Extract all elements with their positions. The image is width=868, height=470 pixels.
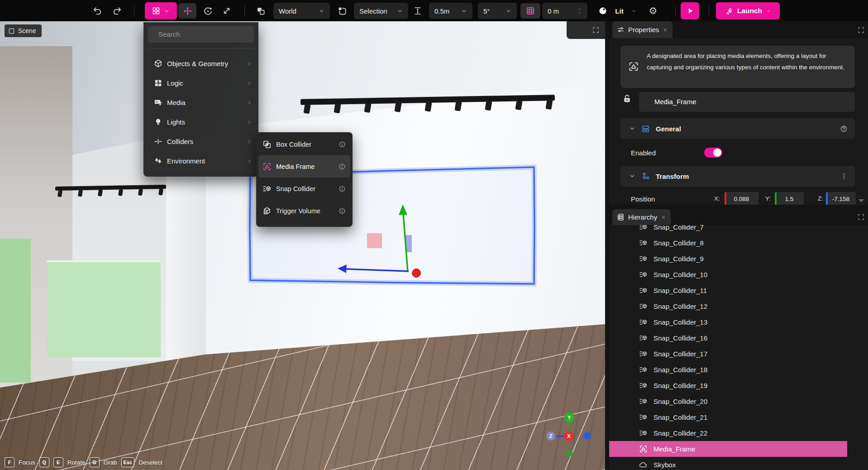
- key-badge: F: [5, 457, 14, 467]
- axis-widget-neg-y-ball[interactable]: [566, 450, 572, 457]
- position-y-field[interactable]: 1.5: [775, 192, 804, 205]
- expand-icon[interactable]: [592, 27, 599, 34]
- pivot-mode-button[interactable]: [334, 3, 350, 19]
- expand-icon[interactable]: [858, 214, 864, 221]
- entity-name-field[interactable]: Media_Frame: [639, 92, 855, 112]
- menu-item-objects-geometry[interactable]: Objects & Geometry: [143, 54, 258, 73]
- rotate-snap-dropdown[interactable]: 5°: [478, 3, 517, 19]
- box-collider-icon: [262, 140, 272, 149]
- redo-button[interactable]: [110, 3, 125, 19]
- chevron-right-icon: [247, 81, 252, 86]
- axis-widget-neg-x-ball[interactable]: [583, 432, 591, 440]
- world-space-dropdown[interactable]: World: [273, 3, 330, 19]
- gizmos-submenu: Box Collider Media Frame Snap Collider T…: [256, 132, 353, 227]
- search-input[interactable]: [158, 30, 248, 38]
- rotate-tool-button[interactable]: [200, 3, 215, 19]
- list-item[interactable]: Snap_Collider_17: [609, 346, 868, 362]
- axis-widget-x-ball[interactable]: X: [564, 431, 574, 441]
- move-tool-button[interactable]: [178, 3, 196, 19]
- snap-collider-icon: [639, 350, 648, 358]
- scale-icon: [222, 6, 231, 15]
- undo-button[interactable]: [90, 3, 105, 19]
- toolbar-divider: [134, 5, 134, 16]
- menu-item-lights[interactable]: Lights: [143, 112, 258, 132]
- info-icon[interactable]: [339, 207, 346, 215]
- info-icon[interactable]: [339, 163, 346, 170]
- skybox-cloud-icon: [639, 460, 648, 469]
- list-item-selected[interactable]: Media_Frame: [609, 441, 847, 457]
- list-item[interactable]: Snap_Collider_18: [609, 362, 868, 378]
- launch-button[interactable]: Launch: [716, 2, 780, 19]
- play-button[interactable]: [681, 2, 699, 19]
- submenu-item-media-frame[interactable]: Media Frame: [258, 155, 350, 177]
- duplicate-button[interactable]: [252, 3, 270, 19]
- search-icon: [153, 30, 154, 38]
- media-frame-icon: [639, 445, 648, 453]
- submenu-item-snap-collider[interactable]: Snap Collider: [258, 177, 350, 200]
- scene-viewport[interactable]: Y Z X Scene F Focus Q E Rotate G Grab Es…: [0, 21, 605, 470]
- tab-hierarchy[interactable]: Hierarchy: [612, 209, 671, 225]
- key-badge: Q: [39, 457, 49, 467]
- unlock-icon[interactable]: [622, 93, 632, 104]
- list-item[interactable]: Snap_Collider_9: [609, 251, 868, 267]
- description-text: A designated area for placing media elem…: [647, 51, 849, 73]
- list-item[interactable]: Snap_Collider_11: [609, 283, 868, 298]
- info-icon[interactable]: [339, 185, 346, 192]
- position-z-field[interactable]: -7.158: [826, 192, 856, 205]
- tab-properties[interactable]: Properties: [612, 21, 672, 38]
- list-item[interactable]: Snap_Collider_20: [609, 393, 868, 409]
- vertical-snap-button[interactable]: [410, 3, 425, 19]
- axis-widget-y-ball[interactable]: Y: [564, 412, 574, 422]
- media-screen-icon: [154, 98, 162, 107]
- help-icon[interactable]: [840, 125, 848, 133]
- list-item[interactable]: Snap_Collider_21: [609, 409, 868, 425]
- list-item[interactable]: Skybox: [609, 457, 868, 470]
- move-snap-value: 0.5m: [434, 7, 449, 15]
- list-item[interactable]: Snap_Collider_10: [609, 267, 868, 283]
- redo-icon: [112, 6, 122, 16]
- scroll-indicator[interactable]: [858, 199, 864, 202]
- duplicate-icon: [256, 6, 266, 16]
- grid-offset-field[interactable]: 0 m: [542, 3, 587, 19]
- submenu-item-trigger-volume[interactable]: Trigger Volume: [258, 200, 350, 222]
- search-box[interactable]: [148, 26, 254, 43]
- info-icon[interactable]: [339, 141, 346, 148]
- selection-mode-dropdown[interactable]: Selection: [354, 3, 408, 19]
- axis-widget-z-ball[interactable]: Z: [546, 432, 555, 441]
- scale-tool-button[interactable]: [219, 3, 234, 19]
- list-item[interactable]: Snap_Collider_12: [609, 298, 868, 314]
- grid-offset-stepper[interactable]: [577, 7, 582, 15]
- properties-tab-label: Properties: [628, 26, 659, 34]
- position-x-field[interactable]: 0.088: [725, 192, 758, 205]
- grid-toggle-button[interactable]: [520, 3, 540, 19]
- expand-icon[interactable]: [858, 27, 864, 34]
- kebab-menu-icon[interactable]: [840, 173, 848, 180]
- add-asset-menu-button[interactable]: [145, 2, 177, 19]
- list-item[interactable]: Snap_Collider_13: [609, 314, 868, 330]
- list-item[interactable]: Snap_Collider_19: [609, 378, 868, 393]
- vertical-snap-icon: [413, 6, 422, 15]
- close-icon[interactable]: [661, 215, 666, 220]
- menu-item-logic[interactable]: Logic: [143, 73, 258, 93]
- tab-scene[interactable]: Scene: [5, 24, 42, 37]
- submenu-item-box-collider[interactable]: Box Collider: [258, 133, 350, 155]
- render-mode-dropdown[interactable]: Lit: [596, 3, 639, 19]
- shortcut-label: Focus: [19, 459, 35, 466]
- chevron-right-icon: [247, 120, 252, 125]
- list-item[interactable]: Snap_Collider_16: [609, 330, 868, 346]
- rotate-icon: [203, 6, 213, 16]
- list-item[interactable]: Snap_Collider_22: [609, 425, 868, 441]
- shortcut-label: Grab: [104, 459, 117, 466]
- section-general[interactable]: General: [620, 118, 855, 139]
- menu-item-media[interactable]: Media: [143, 93, 258, 112]
- section-transform[interactable]: Transform: [620, 166, 855, 187]
- enabled-toggle[interactable]: [704, 148, 722, 158]
- move-snap-dropdown[interactable]: 0.5m: [429, 3, 472, 19]
- list-item[interactable]: Snap_Collider_8: [609, 235, 868, 251]
- menu-item-environment[interactable]: Environment: [143, 151, 258, 171]
- menu-item-colliders[interactable]: Colliders: [143, 132, 258, 151]
- x-axis-label: X:: [714, 195, 720, 202]
- close-icon[interactable]: [663, 27, 668, 33]
- settings-button[interactable]: ⚙: [645, 3, 661, 19]
- list-item[interactable]: Snap_Collider_7: [609, 225, 868, 235]
